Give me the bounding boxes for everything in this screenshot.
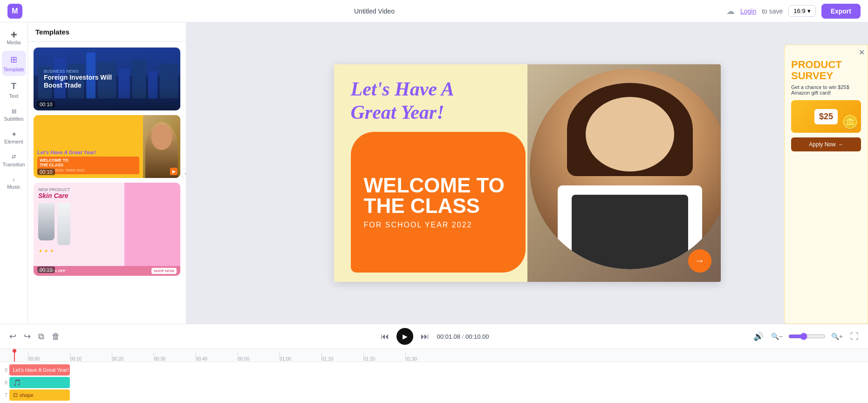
template1-small: BUSINESS NEWS bbox=[44, 69, 112, 74]
templates-header: Templates bbox=[28, 22, 186, 42]
zoom-out-button[interactable]: 🔍− bbox=[769, 331, 785, 342]
ad-subtitle: Get a chance to win $25$ Amazon gift car… bbox=[791, 84, 861, 96]
skip-back-button[interactable]: ⏮ bbox=[379, 330, 391, 343]
ad-close-button[interactable]: ✕ bbox=[859, 48, 865, 57]
school-year-text: FOR SCHOOL YEAR 2022 bbox=[364, 221, 513, 229]
template1-text: BUSINESS NEWS Foreign Investors WillBoos… bbox=[39, 64, 116, 94]
ruler-mark-8: 01:20 bbox=[363, 353, 405, 362]
login-link[interactable]: Login bbox=[740, 7, 756, 15]
ruler-mark-1: 00:10 bbox=[70, 353, 112, 362]
template-card-news[interactable]: BUSINESS NEWS Foreign Investors WillBoos… bbox=[34, 48, 180, 110]
track-content-9[interactable]: Let's Have A Great Year! bbox=[9, 364, 868, 376]
stars: ✦ ✦ ✦ bbox=[38, 248, 120, 254]
sidebar-label-element: Element bbox=[4, 139, 23, 144]
track-row-9: 9 Let's Have A Great Year! bbox=[0, 364, 868, 376]
fullscreen-button[interactable]: ⛶ bbox=[848, 330, 861, 343]
sidebar-label-subtitles: Subtitles bbox=[4, 116, 23, 122]
ruler-inner: 00:00 00:10 00:20 00:30 00:40 00:50 01:0… bbox=[14, 353, 868, 362]
timeline-tracks: 9 Let's Have A Great Year! 8 🎵 7 ⊡ shape bbox=[0, 362, 868, 403]
ruler-mark-6: 01:00 bbox=[280, 353, 321, 362]
templates-list: BUSINESS NEWS Foreign Investors WillBoos… bbox=[28, 42, 186, 324]
zoom-slider[interactable] bbox=[788, 333, 826, 340]
track-clip-9-0[interactable]: Let's Have A Great Year! bbox=[9, 364, 70, 376]
sidebar-item-music[interactable]: ♪ Music bbox=[2, 173, 26, 193]
ruler-mark-2: 00:20 bbox=[112, 353, 154, 362]
template2-indicator: ▶ bbox=[170, 168, 178, 175]
sidebar-item-media[interactable]: ➕ Media bbox=[2, 28, 26, 49]
current-time: 00:01.08 / 00:10.00 bbox=[437, 333, 489, 340]
template-thumb-news: BUSINESS NEWS Foreign Investors WillBoos… bbox=[34, 48, 180, 110]
template3-brand: Skin Care bbox=[38, 192, 120, 199]
video-right-image bbox=[527, 64, 721, 282]
template1-title: Foreign Investors WillBoost Trade bbox=[44, 74, 112, 89]
ratio-button[interactable]: 16:9 ▾ bbox=[788, 5, 815, 17]
track-content-8[interactable]: 🎵 bbox=[9, 377, 868, 388]
template2-title: Let's Have A Great Year! bbox=[37, 150, 139, 155]
template-card-skincare[interactable]: NEW PRODUCT Skin Care ✦ ✦ ✦ bbox=[34, 183, 180, 276]
sidebar-item-subtitles[interactable]: ▤ Subtitles bbox=[2, 104, 26, 125]
track-row-7: 7 ⊡ shape bbox=[0, 389, 868, 401]
sidebar-label-template: Template bbox=[3, 67, 24, 72]
coin-icon: 🪙 bbox=[842, 115, 858, 130]
next-arrow-button[interactable]: → bbox=[688, 249, 711, 273]
templates-panel: Templates bbox=[28, 22, 186, 324]
sidebar: ➕ Media ⊞ Template T Text ▤ Subtitles ◈ … bbox=[0, 22, 28, 324]
logo: M bbox=[7, 4, 22, 19]
skip-forward-button[interactable]: ⏭ bbox=[419, 330, 431, 343]
ruler-mark-4: 00:40 bbox=[196, 353, 238, 362]
playhead-dot bbox=[13, 349, 16, 353]
sidebar-item-template[interactable]: ⊞ Template bbox=[2, 51, 26, 76]
track-content-7[interactable]: ⊡ shape bbox=[9, 389, 868, 401]
delete-button[interactable]: 🗑 bbox=[50, 329, 62, 343]
template2-badge: 00:10 bbox=[37, 169, 55, 175]
video-orange-section: WELCOME TO THE CLASS FOR SCHOOL YEAR 202… bbox=[351, 132, 526, 273]
track-num-7: 7 bbox=[0, 392, 9, 398]
element-icon: ◈ bbox=[12, 131, 16, 137]
timeline-controls: ↩ ↪ ⧉ 🗑 ⏮ ▶ ⏭ 00:01.08 / 00:10.00 🔊 🔍− 🔍… bbox=[0, 324, 868, 349]
undo-button[interactable]: ↩ bbox=[7, 329, 18, 343]
sidebar-item-text[interactable]: T Text bbox=[2, 78, 26, 102]
timeline-tools: ↩ ↪ ⧉ 🗑 bbox=[7, 329, 62, 343]
timeline-area: ↩ ↪ ⧉ 🗑 ⏮ ▶ ⏭ 00:01.08 / 00:10.00 🔊 🔍− 🔍… bbox=[0, 324, 868, 403]
playhead-ruler bbox=[14, 349, 15, 362]
template3-new: NEW PRODUCT bbox=[38, 187, 120, 192]
topbar: M Untitled Video ☁ Login to save 16:9 ▾ … bbox=[0, 0, 868, 22]
sidebar-label-music: Music bbox=[7, 184, 21, 190]
zoom-in-button[interactable]: 🔍+ bbox=[829, 331, 845, 342]
ad-apply-button[interactable]: Apply Now → bbox=[791, 137, 861, 151]
svg-rect-8 bbox=[148, 71, 157, 98]
ad-amount: $25 bbox=[814, 109, 838, 124]
sidebar-label-media: Media bbox=[7, 40, 21, 45]
timeline-playback: ⏮ ▶ ⏭ 00:01.08 / 00:10.00 bbox=[379, 328, 489, 345]
export-button[interactable]: Export bbox=[821, 4, 861, 19]
girl-image bbox=[530, 69, 721, 269]
volume-button[interactable]: 🔊 bbox=[752, 329, 765, 343]
video-title[interactable]: Untitled Video bbox=[354, 7, 395, 15]
sidebar-item-transition[interactable]: ⇄ Transition bbox=[2, 150, 26, 171]
survey-ad: ✕ PRODUCT SURVEY Get a chance to win $25… bbox=[784, 45, 868, 324]
track-clip-8-0[interactable]: 🎵 bbox=[9, 377, 70, 388]
welcome-text: WELCOME TO THE CLASS bbox=[364, 175, 513, 216]
template1-badge: 00:10 bbox=[37, 101, 55, 108]
sidebar-item-element[interactable]: ◈ Element bbox=[2, 127, 26, 148]
play-button[interactable]: ▶ bbox=[396, 328, 413, 345]
ruler-mark-3: 00:30 bbox=[154, 353, 196, 362]
copy-button[interactable]: ⧉ bbox=[36, 329, 46, 343]
template3-left: NEW PRODUCT Skin Care ✦ ✦ ✦ bbox=[34, 183, 124, 276]
ruler-mark-7: 01:10 bbox=[321, 353, 363, 362]
template-card-school[interactable]: Let's Have A Great Year! WELCOME TOTHE C… bbox=[34, 115, 180, 178]
template-icon: ⊞ bbox=[10, 55, 17, 65]
video-preview: Let's Have A Great Year! WELCOME TO THE … bbox=[334, 64, 721, 282]
svg-rect-6 bbox=[118, 68, 130, 98]
redo-button[interactable]: ↪ bbox=[22, 329, 33, 343]
preview-area: Let's Have A Great Year! WELCOME TO THE … bbox=[186, 22, 868, 324]
subtitles-icon: ▤ bbox=[12, 108, 16, 114]
template-thumb-skincare: NEW PRODUCT Skin Care ✦ ✦ ✦ bbox=[34, 183, 180, 276]
track-clip-7-0[interactable]: ⊡ shape bbox=[9, 389, 70, 401]
text-icon: T bbox=[11, 82, 16, 91]
track-num-8: 8 bbox=[0, 380, 9, 385]
cloud-icon: ☁ bbox=[726, 6, 735, 16]
save-text: to save bbox=[762, 7, 783, 15]
track-row-8: 8 🎵 bbox=[0, 376, 868, 389]
sidebar-label-text: Text bbox=[9, 93, 18, 99]
